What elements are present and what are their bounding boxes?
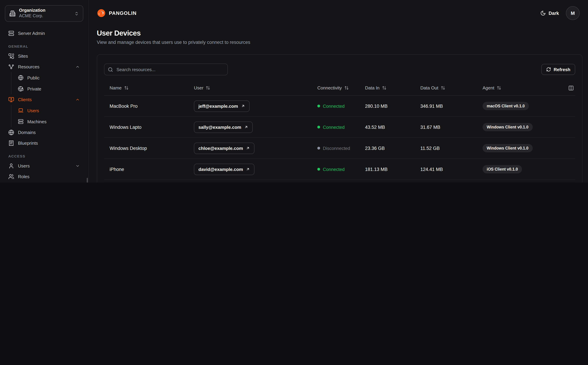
globe-icon [8,129,14,135]
page-header: User Devices View and manage devices tha… [88,24,588,45]
laptop-icon [18,108,23,113]
org-switcher[interactable]: Organization ACME Corp. [5,5,83,22]
arrow-up-right-icon [246,167,250,171]
receipt-text-icon [8,140,14,146]
refresh-button[interactable]: Refresh [541,64,575,75]
connectivity-dot [317,126,320,128]
users-icon [8,174,14,180]
column-header-data-in[interactable]: Data In [359,85,415,91]
theme-toggle[interactable]: Dark [540,10,559,16]
clients-sub-list: Users Machines [11,105,83,127]
brand-logo[interactable]: PANGOLIN [97,9,136,18]
connectivity-dot [317,168,320,171]
chevron-up-icon [75,97,80,102]
search-box[interactable] [104,63,228,75]
sidebar-item-resources[interactable]: Resources [5,62,83,72]
sidebar-item-label: Machines [27,119,80,124]
pangolin-logo-icon [97,9,106,18]
table-row[interactable]: Windows Lapto sally@example.com Connecte… [104,117,575,138]
sidebar-item-links[interactable]: Links [5,182,83,182]
sort-icon [441,86,445,90]
sidebar-item-public[interactable]: Public [14,72,83,83]
user-link-button[interactable]: sally@example.com [194,121,253,133]
column-header-connectivity[interactable]: Connectivity [312,85,359,91]
chevron-up-icon [75,64,80,69]
user-link-button[interactable]: chloe@example.com [194,142,254,154]
sidebar-item-sites[interactable]: Sites [5,51,83,62]
sidebar-item-private[interactable]: Private [14,83,83,94]
agent-badge: iOS Client v0.1.0 [483,165,522,173]
device-name: Windows Desktop [104,146,188,151]
data-out-value: 31.67 MB [415,125,477,130]
data-out-value: 346.91 MB [415,103,477,109]
sidebar-item-domains[interactable]: Domains [5,127,83,138]
agent-badge: Windows Client v0.1.0 [483,144,532,152]
column-header-name[interactable]: Name [104,85,188,91]
user-link-button[interactable]: jeff@example.com [194,100,249,112]
sidebar-item-label: Users [18,163,72,168]
sidebar-item-label: Blueprints [18,140,80,146]
devices-card: Refresh Name User Connectivity Data In [97,54,582,182]
toggle-columns-button[interactable] [560,85,575,91]
table-row[interactable]: Windows Desktop chloe@example.com Discon… [104,138,575,159]
agent-badge: macOS Client v0.1.0 [483,102,529,110]
search-input[interactable] [116,66,224,72]
sidebar: Organization ACME Corp. Server Admin GEN… [0,0,88,182]
sidebar-item-machines[interactable]: Machines [14,116,83,127]
sidebar-scrollbar-thumb[interactable] [87,178,88,182]
column-header-agent[interactable]: Agent [477,85,560,91]
sidebar-item-access-users[interactable]: Users [5,161,83,171]
sidebar-item-blueprints[interactable]: Blueprints [5,138,83,148]
table-row[interactable]: Android jeff@example.com Connected 18.63… [104,180,575,182]
sidebar-nav: Server Admin GENERAL Sites Resources Pub… [0,22,88,182]
sidebar-item-client-users[interactable]: Users [14,105,83,116]
arrow-up-right-icon [241,104,245,108]
data-in-value: 280.10 MB [359,103,415,109]
avatar[interactable]: M [566,6,580,20]
waypoints-icon [8,64,14,70]
sort-icon [497,86,501,90]
server-icon [18,119,23,124]
sites-icon [8,53,14,59]
page-title: User Devices [97,29,580,37]
sidebar-item-label: Clients [18,97,72,102]
sidebar-item-label: Users [27,108,80,113]
app-root: Organization ACME Corp. Server Admin GEN… [0,0,588,182]
connectivity-status: Connected [323,167,345,172]
sort-icon [124,86,129,90]
connectivity-dot [317,147,320,149]
user-email: sally@example.com [198,125,241,130]
sort-icon [382,86,387,90]
sort-icon [344,86,349,90]
main-area: PANGOLIN Dark M User Devices View and ma… [88,0,588,182]
arrow-up-right-icon [244,125,248,129]
top-bar: PANGOLIN Dark M [88,0,588,24]
column-header-user[interactable]: User [188,85,312,91]
section-label-access: ACCESS [8,154,80,158]
user-email: david@example.com [198,167,243,172]
theme-toggle-label: Dark [549,11,559,16]
avatar-initial: M [571,10,575,16]
column-header-data-out[interactable]: Data Out [415,85,477,91]
connectivity-status: Connected [323,125,345,130]
sort-icon [206,86,210,90]
data-in-value: 23.36 GB [359,146,415,151]
monitor-up-icon [8,97,14,103]
agent-badge: Windows Client v0.1.0 [483,123,532,131]
device-name: iPhone [104,167,188,172]
chevron-down-icon [75,164,80,168]
server-icon [8,30,14,36]
data-out-value: 11.52 GB [415,146,477,151]
org-switcher-label: Organization [19,8,71,14]
table-row[interactable]: iPhone david@example.com Connected 181.1… [104,159,575,180]
sidebar-item-clients[interactable]: Clients [5,94,83,105]
data-in-value: 43.52 MB [359,125,415,130]
table-row[interactable]: MacBook Pro jeff@example.com Connected 2… [104,96,575,117]
user-link-button[interactable]: david@example.com [194,163,254,175]
sidebar-item-roles[interactable]: Roles [5,171,83,182]
page-subtitle: View and manage devices that users use t… [97,40,580,45]
sidebar-item-server-admin[interactable]: Server Admin [5,28,83,39]
data-out-value: 124.41 MB [415,167,477,172]
org-switcher-value: ACME Corp. [19,14,71,19]
user-email: chloe@example.com [198,146,243,151]
